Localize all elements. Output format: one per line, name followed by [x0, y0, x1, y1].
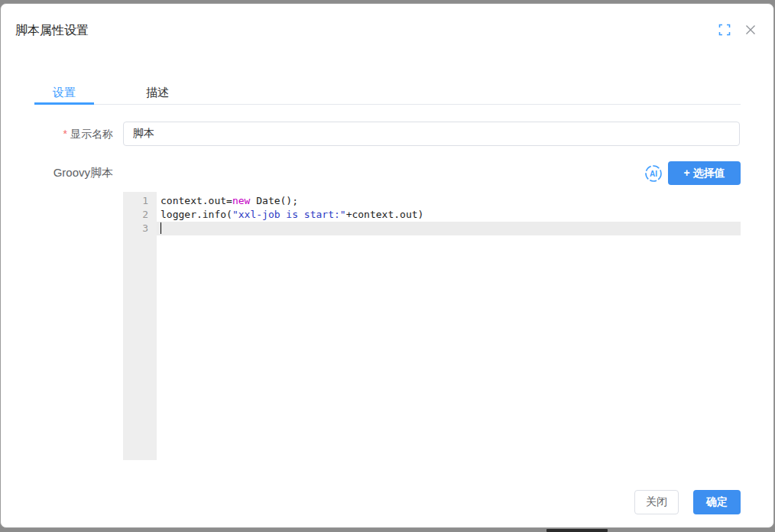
code-line[interactable] [157, 222, 741, 235]
display-name-label-text: 显示名称 [70, 128, 113, 140]
close-icon[interactable] [744, 24, 757, 36]
confirm-button[interactable]: 确定 [693, 490, 741, 514]
line-number: 2 [123, 208, 157, 222]
dialog-title: 脚本属性设置 [15, 23, 89, 39]
close-button[interactable]: 关闭 [634, 490, 679, 514]
text-cursor [161, 222, 161, 234]
code-token-string: "xxl-job is start:" [232, 209, 346, 220]
code-token-keyword: new [232, 195, 250, 206]
svg-text:AI: AI [650, 170, 657, 178]
line-number: 3 [123, 222, 157, 235]
code-token-plain: logger.info( [161, 209, 232, 220]
ai-assistant-icon[interactable]: AI [644, 164, 663, 183]
tabs-divider [34, 104, 741, 105]
display-name-input[interactable] [123, 122, 740, 146]
code-line[interactable]: context.out=new Date(); [157, 194, 741, 208]
groovy-code-editor[interactable]: 123 context.out=new Date();logger.info("… [123, 192, 741, 460]
tab-settings[interactable]: 设置 [34, 84, 94, 104]
line-number-gutter: 123 [123, 192, 157, 460]
active-tab-underline [34, 102, 94, 105]
code-token-plain: +context.out) [346, 209, 424, 220]
line-number: 1 [123, 194, 157, 208]
display-name-label: *显示名称 [1, 128, 113, 141]
script-properties-dialog: 脚本属性设置 设置 描述 *显示名称 Groovy脚本 AI + 选择值 123… [0, 3, 774, 528]
code-line[interactable]: logger.info("xxl-job is start:"+context.… [157, 208, 741, 222]
code-area[interactable]: context.out=new Date();logger.info("xxl-… [157, 192, 741, 460]
groovy-script-label: Groovy脚本 [1, 166, 113, 180]
tab-description[interactable]: 描述 [128, 84, 187, 104]
required-asterisk: * [63, 128, 67, 140]
code-token-plain: Date(); [250, 195, 298, 206]
fullscreen-icon[interactable] [718, 24, 731, 36]
occluded-window-edge [546, 529, 608, 532]
code-token-plain: context.out= [161, 195, 232, 206]
select-value-button[interactable]: + 选择值 [668, 161, 741, 185]
